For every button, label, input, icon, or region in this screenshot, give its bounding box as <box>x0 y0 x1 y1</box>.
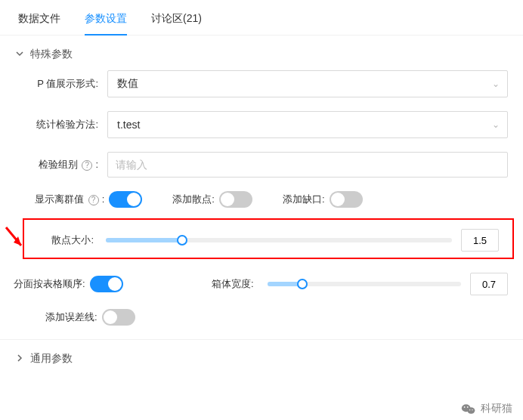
section-title: 特殊参数 <box>30 48 73 61</box>
show-outliers-label: 显示离群值 ?: <box>35 193 104 206</box>
arrow-annotation <box>3 226 27 253</box>
highlight-box: 散点大小: <box>23 218 514 259</box>
add-notch-label: 添加缺口: <box>283 193 325 206</box>
svg-point-5 <box>467 406 469 408</box>
chevron-down-icon <box>15 48 24 60</box>
wechat-icon <box>461 402 476 415</box>
stat-method-select[interactable]: t.test ⌄ <box>107 111 508 138</box>
chevron-down-icon: ⌄ <box>492 79 500 89</box>
tabs: 数据文件 参数设置 讨论区(21) <box>0 0 523 36</box>
add-notch-switch[interactable] <box>330 191 363 208</box>
chevron-down-icon: ⌄ <box>492 119 500 130</box>
section-general-params[interactable]: 通用参数 <box>0 339 523 375</box>
help-icon[interactable]: ? <box>88 195 99 205</box>
p-display-select[interactable]: 数值 ⌄ <box>107 70 508 97</box>
section-title: 通用参数 <box>30 352 73 366</box>
box-width-input[interactable] <box>470 273 508 295</box>
tab-discussion[interactable]: 讨论区(21) <box>151 12 202 35</box>
svg-point-6 <box>469 409 470 410</box>
stat-method-value: t.test <box>117 119 140 131</box>
box-width-slider[interactable] <box>268 282 461 286</box>
svg-point-7 <box>472 409 472 410</box>
stat-method-label: 统计检验方法: <box>24 118 107 131</box>
show-outliers-switch[interactable] <box>109 191 142 208</box>
tab-data-file[interactable]: 数据文件 <box>18 12 60 35</box>
box-width-label: 箱体宽度: <box>212 277 254 291</box>
test-group-input[interactable] <box>107 152 508 178</box>
p-display-label: P 值展示形式: <box>24 77 107 91</box>
watermark: 科研猫 <box>461 402 512 415</box>
svg-point-4 <box>464 406 466 408</box>
svg-point-3 <box>467 407 475 413</box>
point-size-slider[interactable] <box>106 238 452 242</box>
facet-order-switch[interactable] <box>90 276 123 292</box>
point-size-label: 散点大小: <box>30 233 97 247</box>
point-size-input[interactable] <box>461 229 499 252</box>
section-special-params[interactable]: 特殊参数 <box>0 36 523 70</box>
p-display-value: 数值 <box>117 77 138 91</box>
add-points-switch[interactable] <box>219 191 252 208</box>
facet-order-label: 分面按表格顺序: <box>14 277 85 291</box>
watermark-text: 科研猫 <box>481 402 512 415</box>
add-errorbar-switch[interactable] <box>102 309 135 326</box>
tab-params[interactable]: 参数设置 <box>85 12 127 35</box>
add-errorbar-label: 添加误差线: <box>45 310 97 324</box>
help-icon[interactable]: ? <box>82 160 92 171</box>
test-group-label: 检验组别 ?: <box>24 158 107 171</box>
add-points-label: 添加散点: <box>172 193 215 206</box>
chevron-right-icon <box>15 353 24 365</box>
